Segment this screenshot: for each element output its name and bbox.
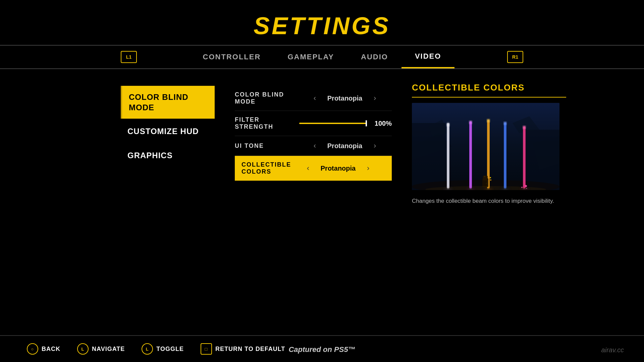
footer-label-navigate: NAVIGATE: [92, 346, 125, 353]
right-panel-title: COLLECTIBLE COLORS: [412, 82, 566, 98]
svg-rect-14: [470, 121, 472, 188]
footer-btn-toggle[interactable]: L: [142, 343, 153, 355]
footer-action-back: ○ BACK: [27, 343, 60, 355]
setting-row-ui-tone: UI TONE ‹ Protanopia ›: [235, 136, 392, 156]
chevron-left-ui-tone[interactable]: ‹: [314, 141, 316, 150]
setting-label-color-blind-mode: COLOR BLIND MODE: [235, 91, 298, 105]
right-panel: COLLECTIBLE COLORS: [412, 79, 566, 302]
chevron-right-collectible[interactable]: ›: [367, 164, 369, 173]
setting-row-color-blind-mode: COLOR BLIND MODE ‹ Protanopia ›: [235, 86, 392, 111]
svg-point-29: [523, 126, 526, 129]
watermark: airav.cc: [601, 346, 624, 354]
footer-btn-navigate[interactable]: L: [77, 343, 89, 355]
setting-value-filter-strength: 100%: [372, 120, 392, 127]
svg-point-30: [525, 185, 527, 187]
setting-row-filter-strength: FILTER STRENGTH 100%: [235, 111, 392, 136]
slider-fill: [299, 123, 366, 124]
setting-row-collectible-colors: COLLECTIBLE COLORS ‹ Protanopia ›: [235, 156, 392, 181]
footer-btn-back[interactable]: ○: [27, 343, 38, 355]
chevron-left-color-blind[interactable]: ‹: [314, 94, 316, 103]
slider-thumb: [366, 120, 367, 126]
setting-value-collectible-colors: Protanopia: [315, 165, 362, 172]
sidebar: COLOR BLIND MODE CUSTOMIZE HUD GRAPHICS: [121, 79, 215, 302]
footer-label-return-to-default: RETURN TO DEFAULT: [215, 346, 285, 353]
setting-control-color-blind-mode: ‹ Protanopia ›: [298, 94, 392, 103]
page-title-area: SETTINGS: [0, 0, 644, 45]
setting-label-collectible-colors: COLLECTIBLE COLORS: [241, 161, 291, 175]
setting-label-ui-tone: UI TONE: [235, 142, 298, 149]
setting-value-ui-tone: Protanopia: [321, 142, 368, 150]
tab-gameplay[interactable]: GAMEPLAY: [274, 46, 347, 68]
setting-label-filter-strength: FILTER STRENGTH: [235, 116, 298, 130]
svg-point-36: [490, 177, 491, 178]
chevron-left-collectible[interactable]: ‹: [307, 164, 309, 173]
svg-point-25: [503, 122, 507, 125]
svg-point-20: [490, 179, 491, 181]
nav-bar: L1 CONTROLLER GAMEPLAY AUDIO VIDEO R1: [0, 45, 644, 69]
svg-rect-28: [523, 126, 525, 188]
setting-control-filter-strength: 100%: [298, 120, 392, 127]
sidebar-item-customize-hud[interactable]: CUSTOMIZE HUD: [121, 120, 215, 142]
sidebar-item-graphics[interactable]: GRAPHICS: [121, 144, 215, 167]
svg-rect-35: [484, 176, 485, 177]
tab-video[interactable]: VIDEO: [401, 46, 454, 68]
svg-point-11: [446, 123, 450, 126]
svg-point-15: [469, 121, 472, 124]
sidebar-item-color-blind-mode[interactable]: COLOR BLIND MODE: [121, 86, 215, 119]
right-panel-description: Changes the collectible beam colors to i…: [412, 197, 566, 205]
setting-value-color-blind-mode: Protanopia: [321, 95, 368, 102]
nav-right-btn[interactable]: R1: [507, 51, 523, 63]
chevron-right-ui-tone[interactable]: ›: [374, 141, 376, 150]
preview-image: [412, 103, 559, 190]
setting-control-collectible-colors: ‹ Protanopia ›: [291, 164, 385, 173]
footer-action-toggle: L TOGGLE: [142, 343, 184, 355]
preview-scene: [412, 103, 559, 190]
footer-action-return-to-default: □ RETURN TO DEFAULT: [201, 343, 285, 355]
footer-label-toggle: TOGGLE: [156, 346, 184, 353]
tab-controller[interactable]: CONTROLLER: [190, 46, 274, 68]
main-content: COLOR BLIND MODE CUSTOMIZE HUD GRAPHICS …: [0, 69, 644, 312]
svg-point-19: [487, 119, 490, 122]
captured-text: Captured on PS5™: [288, 345, 355, 354]
page-title: SETTINGS: [0, 12, 644, 40]
chevron-right-color-blind[interactable]: ›: [374, 94, 376, 103]
tab-audio[interactable]: AUDIO: [347, 46, 401, 68]
svg-rect-24: [504, 122, 506, 188]
footer-label-back: BACK: [42, 346, 60, 353]
footer-btn-return-to-default[interactable]: □: [201, 343, 212, 355]
footer-action-navigate: L NAVIGATE: [77, 343, 125, 355]
nav-left-btn[interactable]: L1: [121, 51, 137, 63]
settings-panel: COLOR BLIND MODE ‹ Protanopia › FILTER S…: [235, 79, 392, 302]
setting-control-ui-tone: ‹ Protanopia ›: [298, 141, 392, 150]
svg-rect-10: [447, 123, 449, 188]
slider-track[interactable]: [299, 123, 366, 124]
